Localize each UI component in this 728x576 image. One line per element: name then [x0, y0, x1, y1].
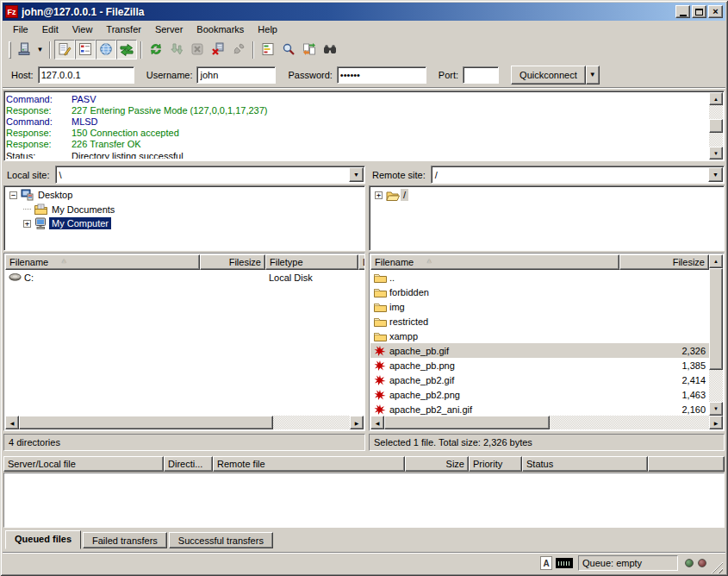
- site-manager-dropdown-button[interactable]: ▼: [34, 40, 46, 59]
- queue-column-header-size[interactable]: Size: [405, 456, 469, 472]
- host-input[interactable]: [38, 66, 134, 84]
- password-input[interactable]: [337, 66, 426, 84]
- toggle-local-tree-button[interactable]: [75, 40, 96, 59]
- scroll-down-button[interactable]: ▼: [709, 402, 723, 416]
- column-header-filesize[interactable]: Filesize: [200, 254, 265, 270]
- menu-item-transfer[interactable]: Transfer: [99, 22, 148, 36]
- file-row[interactable]: C:Local Disk: [5, 270, 364, 285]
- log-line: Status:Directory listing successful: [6, 150, 708, 159]
- synchronized-browsing-button[interactable]: [299, 40, 320, 59]
- site-manager-button[interactable]: [14, 40, 34, 59]
- tab-queued-files[interactable]: Queued files: [5, 530, 81, 549]
- remote-site-combo[interactable]: / ▼: [431, 166, 725, 184]
- speed-limit-indicator-icon[interactable]: [556, 558, 573, 568]
- remote-horizontal-scrollbar[interactable]: ◀ ▶: [370, 416, 723, 429]
- scrollbar-thumb[interactable]: [709, 119, 723, 133]
- port-input[interactable]: [463, 66, 499, 84]
- file-row[interactable]: apache_pb2.png1,463: [370, 387, 709, 402]
- toggle-message-log-button[interactable]: [54, 40, 75, 59]
- tab-failed-transfers[interactable]: Failed transfers: [83, 532, 167, 548]
- message-log-lines: Command:PASVResponse:227 Entering Passiv…: [6, 93, 708, 159]
- refresh-button[interactable]: [146, 40, 166, 59]
- column-header-l[interactable]: L: [358, 254, 365, 270]
- local-site-dropdown-button[interactable]: ▼: [349, 167, 364, 182]
- scroll-right-button[interactable]: ▶: [709, 416, 723, 429]
- file-row[interactable]: apache_pb2_ani.gif2,160: [370, 402, 709, 416]
- scrollbar-thumb[interactable]: [384, 416, 550, 429]
- reconnect-button[interactable]: [228, 40, 249, 59]
- scroll-up-button[interactable]: ▲: [709, 254, 723, 268]
- quickconnect-button[interactable]: Quickconnect: [511, 66, 586, 85]
- toolbar-grip[interactable]: [9, 41, 11, 59]
- tree-item[interactable]: +My Computer: [6, 216, 364, 231]
- title-bar[interactable]: Fz john@127.0.0.1 - FileZilla ×: [3, 3, 725, 21]
- list-cell: 1,385: [619, 360, 709, 371]
- collapse-icon[interactable]: −: [9, 191, 17, 199]
- expand-icon[interactable]: +: [375, 191, 383, 199]
- username-input[interactable]: [196, 66, 276, 84]
- minimize-button[interactable]: [675, 5, 690, 18]
- scrollbar-thumb[interactable]: [709, 268, 723, 370]
- remote-list-body: ..forbiddenimgrestrictedxamppapache_pb.g…: [370, 270, 709, 416]
- queue-column-header-directi[interactable]: Directi...: [164, 456, 213, 472]
- local-site-combo[interactable]: \ ▼: [55, 166, 365, 184]
- tree-item[interactable]: My Documents: [6, 203, 364, 217]
- file-row[interactable]: restricted: [370, 314, 709, 329]
- column-header-filename[interactable]: Filename▲: [370, 254, 619, 270]
- column-header-filename[interactable]: Filename▲: [5, 254, 200, 270]
- queue-column-header-remote-file[interactable]: Remote file: [213, 456, 405, 472]
- toggle-transfer-queue-button[interactable]: [116, 40, 137, 59]
- disconnect-button[interactable]: [208, 40, 228, 59]
- column-header-filesize[interactable]: Filesize: [619, 254, 709, 270]
- queue-column-header-status[interactable]: Status: [522, 456, 648, 472]
- queue-column-header-server-local-file[interactable]: Server/Local file: [3, 456, 164, 472]
- log-line: Response:150 Connection accepted: [6, 128, 708, 139]
- scroll-left-button[interactable]: ◀: [5, 416, 19, 429]
- tree-item[interactable]: +/: [371, 188, 724, 203]
- file-row[interactable]: img: [370, 299, 709, 314]
- scroll-right-button[interactable]: ▶: [350, 416, 364, 429]
- file-row[interactable]: apache_pb2.gif2,414: [370, 373, 709, 387]
- maximize-button[interactable]: [692, 5, 706, 18]
- process-queue-button[interactable]: [166, 40, 187, 59]
- tree-item[interactable]: −Desktop: [6, 188, 364, 203]
- quickconnect-dropdown-button[interactable]: ▼: [586, 66, 600, 85]
- column-header-label: Filesize: [229, 257, 261, 267]
- menu-item-edit[interactable]: Edit: [35, 22, 65, 36]
- expand-icon[interactable]: +: [23, 220, 31, 228]
- resize-grip[interactable]: [711, 561, 723, 573]
- local-tree-icon: [78, 42, 92, 58]
- message-log-scrollbar[interactable]: ▲ ▼: [709, 92, 723, 160]
- scrollbar-thumb[interactable]: [19, 416, 273, 429]
- scroll-left-button[interactable]: ◀: [370, 416, 384, 429]
- tab-successful-transfers[interactable]: Successful transfers: [169, 532, 273, 548]
- scroll-up-button[interactable]: ▲: [709, 92, 723, 105]
- remote-vertical-scrollbar[interactable]: ▲ ▼: [709, 254, 723, 416]
- column-header-label: Size: [446, 459, 464, 469]
- column-header-filetype[interactable]: Filetype: [265, 254, 358, 270]
- directory-filter-button[interactable]: [258, 40, 278, 59]
- column-header-label: Priority: [473, 459, 502, 469]
- file-row[interactable]: apache_pb.png1,385: [370, 358, 709, 373]
- menu-item-server[interactable]: Server: [148, 22, 190, 36]
- drive-icon: [9, 272, 24, 282]
- data-type-indicator-icon[interactable]: A: [540, 556, 552, 570]
- queue-column-header-priority[interactable]: Priority: [469, 456, 522, 472]
- directory-comparison-button[interactable]: [320, 40, 340, 59]
- menu-item-bookmarks[interactable]: Bookmarks: [190, 22, 251, 36]
- scroll-down-button[interactable]: ▼: [709, 147, 723, 160]
- file-row[interactable]: xampp: [370, 329, 709, 343]
- filename-cell: apache_pb2_ani.gif: [370, 404, 619, 416]
- remote-site-dropdown-button[interactable]: ▼: [708, 167, 723, 182]
- menu-item-file[interactable]: File: [6, 22, 35, 36]
- file-search-button[interactable]: [278, 40, 299, 59]
- menu-item-help[interactable]: Help: [251, 22, 284, 36]
- toggle-remote-tree-button[interactable]: [96, 40, 116, 59]
- file-row[interactable]: forbidden: [370, 285, 709, 299]
- file-row[interactable]: ..: [370, 270, 709, 285]
- menu-item-view[interactable]: View: [65, 22, 100, 36]
- close-button[interactable]: ×: [708, 5, 723, 18]
- cancel-operation-button[interactable]: [187, 40, 208, 59]
- file-row[interactable]: apache_pb.gif2,326: [370, 343, 709, 358]
- local-horizontal-scrollbar[interactable]: ◀ ▶: [5, 416, 364, 429]
